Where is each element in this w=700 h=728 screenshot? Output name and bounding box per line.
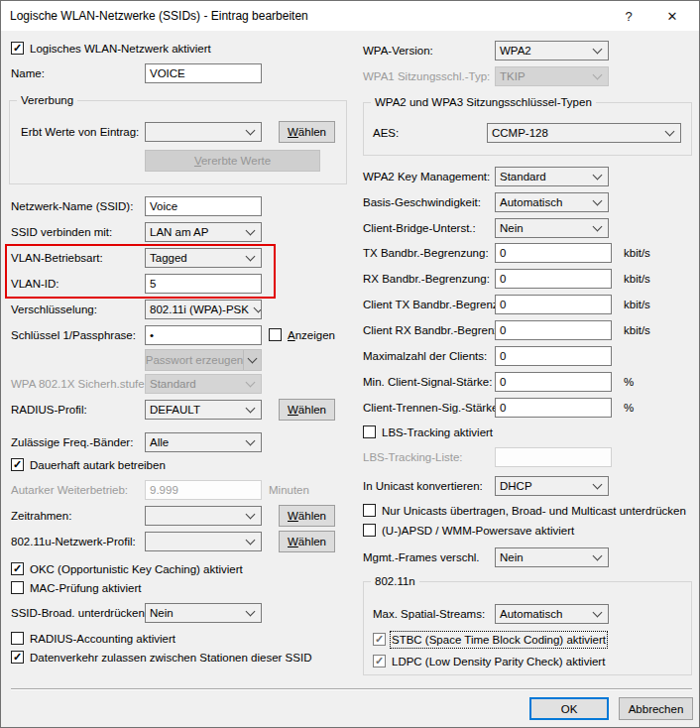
basis-rate-combobox[interactable]: Automatisch <box>495 192 609 212</box>
client-tx-limit-input[interactable]: 0 <box>495 295 612 314</box>
disconnect-signal-input[interactable]: 0 <box>495 398 612 418</box>
freq-bands-combobox[interactable]: Alle <box>145 432 262 452</box>
button-label: Wählen <box>288 126 326 138</box>
inherit-combobox[interactable] <box>145 122 262 142</box>
vlan-mode-combobox[interactable]: Tagged <box>145 248 262 268</box>
spatial-streams-combobox[interactable]: Automatisch <box>495 604 609 624</box>
wpa-version-combobox[interactable]: WPA2 <box>495 41 609 61</box>
hotspot-choose-button[interactable]: Wählen <box>279 531 335 552</box>
ssid-connect-label: SSID verbinden mit: <box>11 222 112 242</box>
rx-limit-label: RX Bandbr.-Begrenzung: <box>363 269 490 289</box>
check-mark: ✓ <box>13 652 22 663</box>
checkbox-box <box>11 581 24 594</box>
disconnect-signal-unit: % <box>624 398 634 418</box>
combo-value: Nein <box>500 551 524 563</box>
checkbox-box <box>363 504 376 517</box>
hotspot-profile-label: 802.11u-Netzwerk-Profil: <box>11 532 136 551</box>
wpa1-keytype-combobox: TKIP <box>495 66 609 86</box>
ssid-broadcast-combobox[interactable]: Nein <box>145 603 262 623</box>
timeframe-choose-button[interactable]: Wählen <box>279 505 335 527</box>
checkbox-mac-check[interactable]: MAC-Prüfung aktiviert <box>11 581 141 595</box>
combo-value: 802.11i (WPA)-PSK <box>150 303 249 315</box>
passphrase-label: Schlüssel 1/Passphrase: <box>11 325 136 345</box>
rx-limit-unit: kbit/s <box>624 269 650 289</box>
button-label: Passwort erzeugen <box>146 354 243 366</box>
chevron-down-icon <box>246 225 256 235</box>
unicast-convert-combobox[interactable]: DHCP <box>495 476 609 496</box>
chevron-down-icon <box>593 479 603 489</box>
name-input[interactable]: VOICE <box>145 63 262 83</box>
aes-combobox[interactable]: CCMP-128 <box>487 123 681 143</box>
max-clients-input[interactable]: 0 <box>495 346 612 366</box>
check-mark: ✓ <box>13 43 22 54</box>
80211n-group-title: 802.11n <box>371 574 419 588</box>
combo-value: Automatisch <box>500 608 562 620</box>
button-label: OK <box>561 703 578 715</box>
checkbox-intra-ssid-traffic[interactable]: ✓ Datenverkehr zulassen zwischen Station… <box>11 651 311 665</box>
combo-value: Standard <box>500 171 546 182</box>
check-mark: ✓ <box>13 563 22 574</box>
checkbox-show-password[interactable]: Anzeigen <box>269 328 335 342</box>
checkbox-label: LBS-Tracking aktiviert <box>382 425 493 439</box>
ok-button[interactable]: OK <box>529 697 609 720</box>
checkbox-standalone[interactable]: ✓ Dauerhaft autark betreiben <box>11 458 166 472</box>
lbs-list-input <box>495 447 612 467</box>
inherit-choose-button[interactable]: Wählen <box>279 121 335 143</box>
checkbox-only-unicast[interactable]: Nur Unicasts übertragen, Broad- und Mult… <box>363 504 686 518</box>
chevron-down-icon <box>246 435 256 445</box>
tx-limit-input[interactable]: 0 <box>495 243 612 263</box>
client-tx-limit-label: Client TX Bandbr.-Begrenz. <box>363 295 502 314</box>
checkbox-apsd[interactable]: (U-)APSD / WMM-Powersave aktiviert <box>363 524 574 538</box>
client-bridge-combobox[interactable]: Nein <box>495 218 609 238</box>
chevron-down-icon <box>593 221 603 231</box>
keymgmt-combobox[interactable]: Standard <box>495 167 609 186</box>
checkbox-box: ✓ <box>373 655 386 667</box>
ssid-name-input[interactable]: Voice <box>145 196 262 216</box>
timeframe-combobox[interactable] <box>145 506 262 526</box>
vlan-id-input[interactable]: 5 <box>145 274 262 294</box>
freq-bands-label: Zulässige Freq.-Bänder: <box>11 432 133 452</box>
ssid-name-label: Netzwerk-Name (SSID): <box>11 196 133 216</box>
passphrase-input[interactable]: • <box>145 325 262 345</box>
checkbox-box <box>363 524 376 537</box>
combo-value: Alle <box>150 436 169 448</box>
ssid-broadcast-label: SSID-Broad. unterdrücken: <box>11 603 148 623</box>
wpa8021x-label: WPA 802.1X Sicherh.stufe: <box>11 374 148 394</box>
dialog-title: Logische WLAN-Netzwerke (SSIDs) - Eintra… <box>10 9 308 23</box>
combo-value: LAN am AP <box>150 226 208 238</box>
chevron-down-icon <box>593 69 603 79</box>
chevron-down-icon <box>246 509 256 519</box>
inherit-group-title: Vererbung <box>17 93 77 107</box>
mgmt-frames-combobox[interactable]: Nein <box>495 547 609 567</box>
standalone-time-label: Autarker Weiterbetrieb: <box>11 480 128 500</box>
encryption-combobox[interactable]: 802.11i (WPA)-PSK <box>145 300 262 319</box>
help-icon: ? <box>625 9 632 24</box>
radius-choose-button[interactable]: Wählen <box>279 399 335 421</box>
chevron-down-icon <box>665 126 675 136</box>
checkbox-ldpc[interactable]: ✓ LDPC (Low Density Parity Check) aktivi… <box>373 655 605 668</box>
timeframe-label: Zeitrahmen: <box>11 506 71 526</box>
checkbox-lbs-tracking[interactable]: LBS-Tracking aktiviert <box>363 425 493 439</box>
checkbox-box <box>363 425 376 438</box>
client-rx-limit-input[interactable]: 0 <box>495 320 612 340</box>
radius-profile-combobox[interactable]: DEFAULT <box>145 400 262 420</box>
ssid-connect-combobox[interactable]: LAN am AP <box>145 222 262 242</box>
checkbox-okc[interactable]: ✓ OKC (Opportunistic Key Caching) aktivi… <box>11 562 243 576</box>
close-button[interactable]: ✕ <box>650 1 694 31</box>
split-arrow <box>243 350 261 370</box>
chevron-down-icon <box>246 403 256 413</box>
combo-value: Nein <box>150 607 174 619</box>
checkbox-stbc[interactable]: ✓ STBC (Space Time Block Coding) aktivie… <box>373 633 606 647</box>
cancel-button[interactable]: Abbrechen <box>619 697 693 720</box>
checkbox-radius-accounting[interactable]: RADIUS-Accounting aktiviert <box>11 632 175 646</box>
checkbox-wlan-enabled[interactable]: ✓ Logisches WLAN-Netzwerk aktiviert <box>11 42 211 56</box>
rx-limit-input[interactable]: 0 <box>495 269 612 289</box>
hotspot-profile-combobox[interactable] <box>145 532 262 551</box>
name-label: Name: <box>11 63 45 83</box>
unicast-convert-label: In Unicast konvertieren: <box>363 476 483 496</box>
standalone-time-unit: Minuten <box>269 480 309 500</box>
min-signal-input[interactable]: 0 <box>495 372 612 392</box>
checkbox-box <box>269 328 282 341</box>
help-button[interactable]: ? <box>607 1 650 31</box>
check-mark: ✓ <box>375 634 384 645</box>
